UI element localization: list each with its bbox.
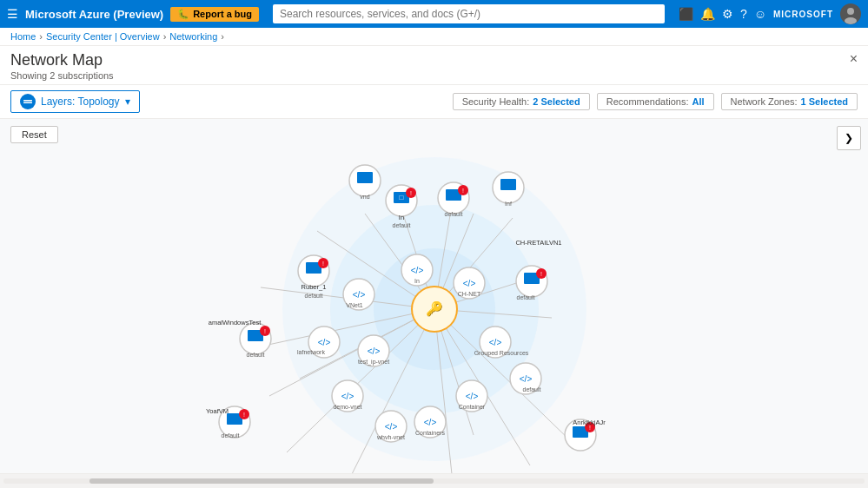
- page-subtitle: Showing 2 subscriptions: [10, 70, 114, 81]
- breadcrumb-sep-1: ›: [39, 31, 43, 42]
- svg-text:default: default: [221, 432, 239, 439]
- svg-text:!: !: [462, 188, 464, 194]
- page-header: Network Map Showing 2 subscriptions ×: [0, 46, 868, 85]
- svg-text:</>: </>: [520, 374, 533, 384]
- chevron-right-icon: ❯: [845, 132, 853, 144]
- svg-text:default: default: [304, 293, 322, 299]
- layers-chevron-icon: ▾: [125, 96, 130, 108]
- toolbar: Layers: Topology ▾ Security Health: 2 Se…: [0, 85, 868, 119]
- svg-text:lafnetwork: lafnetwork: [297, 349, 325, 355]
- svg-text:default: default: [246, 352, 264, 358]
- svg-text:VNet1: VNet1: [346, 302, 363, 308]
- svg-text:</>: </>: [411, 266, 424, 275]
- svg-text:</>: </>: [318, 338, 331, 347]
- svg-text:!: !: [540, 271, 542, 277]
- svg-text:CH-NET: CH-NET: [458, 291, 481, 297]
- svg-text:!: !: [410, 190, 412, 196]
- svg-text:Ruber_1: Ruber_1: [301, 283, 327, 291]
- recommendations-value: All: [692, 96, 704, 107]
- close-button[interactable]: ×: [850, 51, 858, 67]
- svg-text:</>: </>: [489, 338, 502, 347]
- breadcrumb-sep-2: ›: [163, 31, 167, 42]
- svg-text:</>: </>: [424, 418, 437, 427]
- breadcrumb-networking[interactable]: Networking: [169, 31, 217, 42]
- map-area[interactable]: Reset ❯ <: [0, 119, 868, 473]
- report-bug-button[interactable]: 🐛 Report a bug: [170, 7, 259, 22]
- avatar[interactable]: [840, 3, 861, 24]
- svg-text:demo-vnet: demo-vnet: [333, 404, 361, 410]
- nav-icons: ⬛ 🔔 ⚙ ? ☺ MICROSOFT: [679, 3, 861, 24]
- hamburger-icon[interactable]: ☰: [7, 7, 18, 21]
- svg-text:Inf: Inf: [505, 201, 512, 207]
- svg-text:!: !: [322, 260, 324, 267]
- filter-group: Security Health: 2 Selected Recommendati…: [453, 93, 858, 110]
- security-health-value: 2 Selected: [533, 96, 580, 107]
- cloud-shell-icon[interactable]: ⬛: [679, 7, 693, 21]
- page-title: Network Map: [10, 51, 114, 69]
- ms-label: MICROSOFT: [773, 10, 833, 19]
- app-title: Microsoft Azure (Preview): [25, 8, 163, 21]
- vm-node-anrkjkkjajr[interactable]: ! AnrkjkkjAJr: [565, 419, 606, 451]
- network-map-svg: </> test_ip-vnet </> demo-vnet </> lafne…: [0, 119, 868, 473]
- recommendations-label: Recommendations:: [606, 96, 689, 107]
- breadcrumb-security-center[interactable]: Security Center | Overview: [46, 31, 160, 42]
- security-health-filter[interactable]: Security Health: 2 Selected: [453, 93, 590, 110]
- svg-text:🔑: 🔑: [426, 300, 443, 317]
- svg-text:Grouped Resources: Grouped Resources: [474, 350, 529, 357]
- svg-text:CH-RETAILVN1: CH-RETAILVN1: [515, 239, 561, 247]
- svg-text:AnrkjkkjAJr: AnrkjkkjAJr: [573, 419, 606, 426]
- svg-text:amalWindowsTest: amalWindowsTest: [209, 319, 262, 326]
- svg-text:Container: Container: [459, 404, 486, 410]
- help-icon[interactable]: ?: [740, 7, 747, 21]
- svg-text:In: In: [414, 278, 420, 284]
- svg-rect-123: [357, 172, 373, 183]
- svg-text:vnd: vnd: [360, 194, 369, 200]
- layers-icon: [20, 94, 36, 109]
- vm-node-yoafvm[interactable]: ! YoafVM default: [206, 406, 250, 439]
- svg-text:test_ip-vnet: test_ip-vnet: [358, 359, 389, 366]
- scrollbar-area[interactable]: [0, 473, 868, 487]
- recommendations-filter[interactable]: Recommendations: All: [597, 93, 714, 110]
- svg-text:</>: </>: [385, 422, 398, 432]
- svg-text:!: !: [243, 412, 245, 418]
- settings-icon[interactable]: ⚙: [722, 7, 733, 21]
- svg-text:</>: </>: [466, 392, 479, 401]
- breadcrumb: Home › Security Center | Overview › Netw…: [0, 28, 868, 46]
- svg-text:YoafVM: YoafVM: [206, 407, 229, 415]
- svg-rect-3: [23, 102, 32, 104]
- layers-button[interactable]: Layers: Topology ▾: [10, 90, 140, 113]
- vm-node-amalwindowstest[interactable]: ! amalWindowsTest default: [209, 319, 271, 358]
- bug-icon: 🐛: [177, 9, 189, 20]
- svg-point-0: [847, 8, 854, 15]
- svg-text:!: !: [264, 328, 266, 334]
- network-zones-filter[interactable]: Network Zones: 1 Selected: [721, 93, 858, 110]
- scrollbar-track[interactable]: [3, 478, 865, 484]
- svg-text:default: default: [516, 294, 534, 300]
- search-input[interactable]: [273, 4, 665, 23]
- svg-text:</>: </>: [341, 392, 354, 401]
- svg-text:</>: </>: [463, 279, 476, 288]
- svg-rect-126: [500, 179, 516, 190]
- network-zones-label: Network Zones:: [731, 96, 798, 107]
- collapse-panel-button[interactable]: ❯: [837, 126, 861, 150]
- breadcrumb-home[interactable]: Home: [10, 31, 36, 42]
- svg-text:In: In: [399, 214, 404, 221]
- svg-text:</>: </>: [368, 346, 381, 356]
- notifications-icon[interactable]: 🔔: [700, 7, 715, 21]
- svg-rect-2: [23, 100, 32, 102]
- breadcrumb-sep-3: ›: [221, 31, 224, 42]
- svg-text:default: default: [392, 222, 410, 228]
- svg-text:whvh-vnet: whvh-vnet: [376, 434, 405, 440]
- scrollbar-thumb[interactable]: [89, 478, 434, 484]
- svg-text:default: default: [444, 211, 462, 217]
- layers-label: Layers: Topology: [41, 96, 120, 108]
- network-zones-value: 1 Selected: [801, 96, 848, 107]
- svg-text:default: default: [522, 386, 540, 392]
- security-health-label: Security Health:: [462, 96, 530, 107]
- svg-text:Containers: Containers: [415, 430, 445, 436]
- feedback-icon[interactable]: ☺: [754, 7, 766, 21]
- reset-button[interactable]: Reset: [10, 126, 58, 143]
- svg-point-1: [845, 17, 857, 24]
- svg-text:</>: </>: [353, 290, 366, 300]
- svg-text:□: □: [400, 194, 404, 201]
